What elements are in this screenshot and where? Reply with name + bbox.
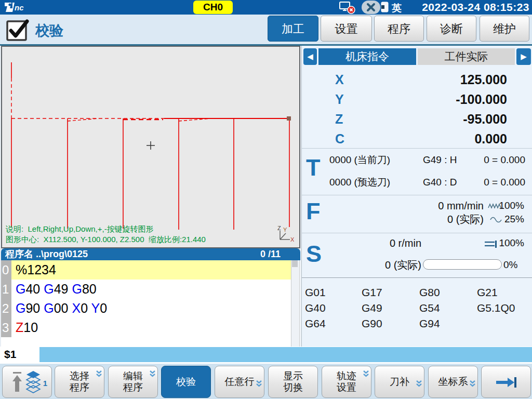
page-title: 校验 [35, 21, 63, 40]
modal-gcode: G01 [305, 285, 326, 300]
softkey-track-settings[interactable]: 轨迹设置 [322, 366, 371, 398]
axis-row: X 125.000 [302, 70, 532, 89]
tool-comp-value: 0 = 0.000 [484, 154, 525, 166]
softkey-verify[interactable]: 校验 [161, 366, 211, 398]
line-number: 2 [1, 299, 11, 318]
scrollbar-thumb[interactable] [292, 260, 298, 267]
feed-row: 0 (实际) 25% [302, 213, 532, 225]
tab-settings[interactable]: 设置 [321, 16, 372, 42]
softkey-next-menu[interactable] [481, 366, 531, 398]
tab-maintenance[interactable]: 维护 [480, 16, 529, 42]
modal-gcode: G21 [477, 285, 498, 300]
svg-text:nc: nc [15, 3, 24, 12]
feed-override: 100% [499, 200, 524, 212]
tool-comp-value: 0 = 0.000 [484, 176, 525, 189]
tab-machining[interactable]: 加工 [268, 16, 318, 42]
modal-gcode: G90 [362, 316, 382, 331]
spindle-override: 100% [499, 237, 524, 249]
svg-text:Y: Y [283, 227, 287, 233]
program-name: 程序名 ..\prog\0125 [5, 248, 88, 260]
axis-label: X [335, 70, 344, 89]
softkey-any-line[interactable]: 任意行 [215, 366, 264, 398]
softkey-select-program[interactable]: 选择程序 [55, 366, 104, 398]
axis-value: 125.000 [460, 70, 507, 89]
channel-indicator: $1 [4, 348, 16, 361]
program-scrollbar[interactable] [291, 260, 300, 347]
graphics-hint-text: 说明: Left,Right,Up,Down,+,-按键旋转图形 [6, 224, 154, 234]
axis-row: Y -100.000 [302, 89, 532, 109]
line-number: 1 [1, 280, 11, 299]
axis-label: Y [335, 89, 344, 109]
title-bar: 校验 加工 设置 程序 诊断 维护 [0, 15, 532, 46]
axis-value: -95.000 [463, 109, 507, 129]
program-line-text: G40 G49 G80 [11, 280, 291, 299]
toolpath-plot [2, 47, 299, 247]
tool-row: 0000 (预选刀) G40 : D 0 = 0.000 [302, 176, 532, 189]
modal-gcode: G40 [305, 300, 326, 316]
axes-orientation-icon: Z Y X [276, 225, 294, 244]
feed-actual: 0 (实际) [302, 213, 484, 225]
rapid-override: 25% [504, 213, 524, 225]
disabled-toggle-icon [362, 1, 380, 16]
clock: 2022-03-24 08:15:23 [422, 1, 529, 14]
svg-text:X: X [290, 236, 294, 242]
chevron-down-icon [96, 369, 102, 380]
axis-row: C 0.000 [302, 129, 532, 149]
tab-diagnosis[interactable]: 诊断 [427, 16, 476, 42]
program-line[interactable]: 2 G90 G00 X0 Y0 [1, 299, 300, 318]
program-line[interactable]: 1 G40 G49 G80 [1, 280, 300, 299]
spindle-load-percent: 0% [503, 259, 517, 271]
program-line-counter: 0 /11 [260, 248, 281, 260]
softkey-display-switch[interactable]: 显示切换 [268, 366, 318, 398]
feed-value: 0 mm/min [302, 200, 484, 212]
coord-next-arrow[interactable]: ▶ [516, 48, 531, 65]
svg-text:Z: Z [277, 225, 281, 231]
axis-value: 0.000 [474, 129, 507, 149]
chevron-down-icon [149, 369, 156, 380]
menu-level-number: 1 [43, 379, 47, 388]
softkey-edit-program[interactable]: 编辑程序 [108, 366, 158, 398]
feed-row: 0 mm/min 100% [302, 200, 532, 212]
spindle-row: 0 r/min 100% [302, 237, 532, 249]
spindle-speed: 0 r/min [331, 237, 421, 249]
message-bar [39, 347, 532, 362]
chevron-down-icon [256, 369, 262, 399]
modal-gcode: G94 [419, 316, 440, 331]
softkey-tool-comp[interactable]: 刀补 [375, 366, 424, 398]
chevron-down-icon [363, 369, 369, 380]
menu-level-button[interactable]: 1 [2, 366, 52, 398]
channel-badge[interactable]: CH0 [193, 1, 233, 14]
program-line[interactable]: 0 %1234 [1, 260, 300, 280]
tool-number: 0000 (当前刀) [329, 154, 390, 166]
axis-label: Z [335, 109, 343, 129]
program-header-bar: 程序名 ..\prog\0125 0 /11 [1, 248, 300, 260]
program-line[interactable]: 3 Z10 [1, 318, 300, 337]
line-number: 0 [1, 260, 11, 280]
hnc-logo: nc [4, 2, 32, 15]
tool-comp: G40 : D [423, 176, 457, 189]
program-listing: 0 %1234 1 G40 G49 G80 2 G90 G00 X0 Y0 3 … [1, 260, 300, 347]
tool-row: 0000 (当前刀) G49 : H 0 = 0.000 [302, 154, 532, 166]
tab-machine-command[interactable]: 机床指令 [318, 48, 416, 65]
modal-gcode: G54 [419, 300, 440, 316]
modal-gcode: G49 [362, 300, 382, 316]
divider [302, 195, 532, 195]
tab-workpiece-actual[interactable]: 工件实际 [418, 48, 515, 65]
toolpath-graphics-panel[interactable]: 说明: Left,Right,Up,Down,+,-按键旋转图形 图形中心: X… [1, 46, 300, 248]
divider [302, 277, 532, 278]
divider [302, 233, 532, 233]
softkey-coord-system[interactable]: 坐标系 [428, 366, 478, 398]
verify-checkbox-icon [5, 18, 30, 45]
axis-row: Z -95.000 [302, 109, 532, 129]
program-line-text: %1234 [11, 260, 291, 280]
program-line-text: Z10 [11, 318, 291, 337]
axis-value: -100.000 [456, 89, 507, 109]
spindle-row: 0 (实际) 0% [302, 259, 532, 271]
modal-gcode: G5.1Q0 [477, 300, 515, 316]
spindle-actual: 0 (实际) [331, 259, 421, 271]
status-row: $1 [0, 347, 532, 364]
tab-program[interactable]: 程序 [374, 16, 424, 42]
sine-wave-icon [490, 214, 502, 227]
softkey-toolbar: 1 选择程序 编辑程序 校验 任意行 显示切换 轨迹设置 刀补 坐标系 [0, 364, 532, 399]
coord-prev-arrow[interactable]: ◀ [303, 48, 317, 65]
